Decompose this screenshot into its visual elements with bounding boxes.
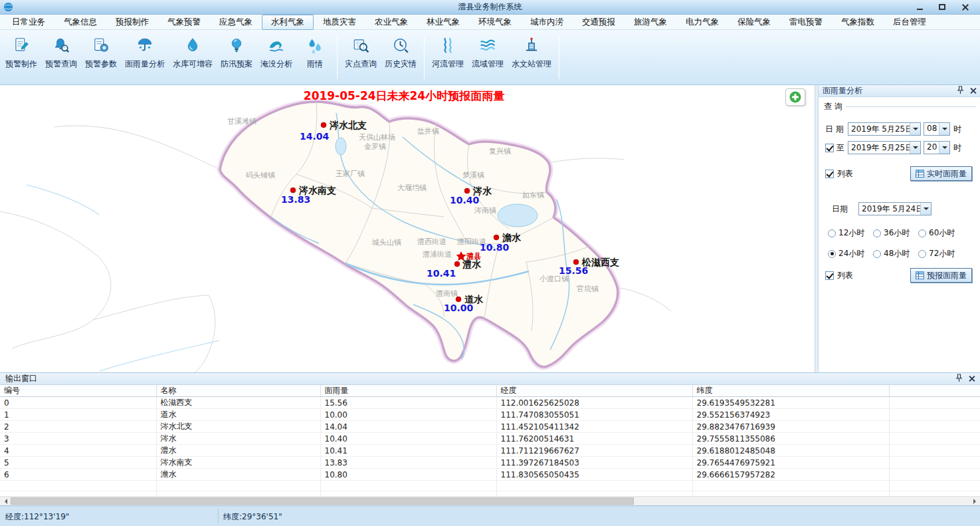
- forecast-rainfall-button[interactable]: 预报面雨量: [910, 268, 972, 283]
- table-row[interactable]: 0松滋西支15.56112.00162562502829.61935495322…: [0, 397, 980, 409]
- toolbar-flood-control-plan[interactable]: 防汛预案: [217, 35, 256, 71]
- output-close-icon[interactable]: [969, 376, 975, 382]
- status-divider: [218, 509, 219, 523]
- close-button[interactable]: [959, 2, 971, 13]
- list-checkbox-2[interactable]: [825, 271, 834, 280]
- toolbar-reservoir-capacity[interactable]: 水库可增容: [169, 35, 217, 71]
- window-title: 澧县业务制作系统: [0, 1, 980, 13]
- raindrops-icon: [306, 37, 324, 54]
- menu-item-insurance[interactable]: 保险气象: [728, 15, 780, 30]
- pin-icon[interactable]: [955, 374, 963, 384]
- column-header[interactable]: 名称: [156, 385, 320, 397]
- radio-icon: [828, 250, 836, 258]
- table-row[interactable]: 6澹水10.80111.83056505043529.6666157957282: [0, 469, 980, 481]
- menu-item-emergency[interactable]: 应急气象: [210, 15, 262, 30]
- menu-item-geology-disaster[interactable]: 地质灾害: [314, 15, 365, 30]
- radio-12h[interactable]: 12小时: [828, 227, 873, 239]
- menu-item-environment[interactable]: 环境气象: [469, 15, 521, 30]
- radio-icon: [828, 229, 836, 237]
- radio-72h[interactable]: 72小时: [918, 248, 963, 259]
- menu-item-weather-warning[interactable]: 气象预警: [158, 15, 210, 30]
- menu-item-traffic[interactable]: 交通预报: [573, 15, 625, 30]
- scroll-right-arrow[interactable]: [969, 497, 980, 505]
- close-icon: [961, 3, 969, 11]
- start-date-select[interactable]: 2019年 5月25日: [848, 122, 921, 136]
- menu-item-agriculture[interactable]: 农业气象: [365, 15, 417, 30]
- realtime-rainfall-button[interactable]: 实时面雨量: [910, 166, 972, 181]
- toolbar-alert-create[interactable]: 预警制作: [1, 35, 41, 71]
- water-drop-icon: [184, 37, 201, 54]
- town-label: 梦溪镇: [462, 171, 484, 180]
- group-divider: [846, 106, 976, 107]
- output-window-title: 输出窗口: [5, 373, 37, 384]
- to-checkbox[interactable]: [825, 144, 834, 152]
- toolbar-inundation-analysis[interactable]: 淹没分析: [256, 35, 296, 71]
- table-row[interactable]: 3涔水10.40111.7620051463129.7555811355086: [0, 433, 980, 445]
- toolbar-basin-management[interactable]: 流域管理: [468, 35, 508, 71]
- panel-close-icon[interactable]: [970, 88, 976, 94]
- menu-item-daily[interactable]: 日常业务: [3, 15, 54, 30]
- town-label: 官垸镇: [577, 285, 599, 293]
- column-header[interactable]: 编号: [0, 385, 156, 397]
- menu-item-tourism[interactable]: 旅游气象: [625, 15, 676, 30]
- chevron-down-icon: [939, 142, 949, 154]
- toolbar-alert-params[interactable]: 预警参数: [81, 35, 121, 71]
- column-header[interactable]: 经度: [496, 385, 692, 397]
- end-date-select[interactable]: 2019年 5月25日: [848, 141, 921, 154]
- menu-item-urban-flood[interactable]: 城市内涝: [521, 15, 573, 30]
- toolbar-hydro-station-management[interactable]: 水文站管理: [508, 35, 555, 71]
- toolbar-separator: [337, 35, 338, 79]
- list-label: 列表: [837, 168, 853, 180]
- forecast-date-select[interactable]: 2019年 5月24日: [858, 202, 931, 215]
- toolbar-label: 流域管理: [472, 59, 504, 70]
- map-title: 2019-05-24日未来24小时预报面雨量: [304, 89, 504, 102]
- bell-search-icon: [52, 37, 70, 54]
- svg-text:10.41: 10.41: [427, 268, 456, 279]
- radio-icon: [918, 229, 926, 237]
- menu-item-power[interactable]: 电力气象: [676, 15, 728, 30]
- table-row[interactable]: 2涔水北支14.04111.45210541134229.88234767169…: [0, 421, 980, 433]
- radio-icon: [918, 250, 926, 258]
- toolbar-river-management[interactable]: 河流管理: [428, 35, 468, 71]
- menu-item-weather-info[interactable]: 气象信息: [54, 15, 106, 30]
- menu-item-hydrology-weather[interactable]: 水利气象: [262, 15, 314, 30]
- svg-text:14.04: 14.04: [300, 131, 330, 142]
- radio-60h[interactable]: 60小时: [918, 227, 963, 239]
- toolbar-rain-condition[interactable]: 雨情: [296, 35, 334, 71]
- pin-icon[interactable]: [957, 86, 964, 96]
- radio-24h[interactable]: 24小时: [828, 248, 873, 259]
- scroll-left-arrow[interactable]: [0, 497, 11, 505]
- toolbar-disaster-point-query[interactable]: 灾点查询: [341, 35, 381, 71]
- document-pen-icon: [13, 37, 30, 54]
- menu-item-forecast-making[interactable]: 预报制作: [106, 15, 158, 30]
- radio-48h[interactable]: 48小时: [873, 248, 918, 259]
- toolbar-areal-rainfall-analysis[interactable]: 面雨量分析: [121, 35, 169, 71]
- zoom-button[interactable]: [785, 88, 805, 106]
- output-window-header: 输出窗口: [0, 373, 980, 385]
- hour-unit-label: 时: [953, 124, 961, 135]
- end-hour-select[interactable]: 20: [924, 141, 950, 154]
- minimize-button[interactable]: [914, 2, 926, 13]
- forecast-date-label: 日期: [832, 203, 858, 215]
- toolbar-label: 面雨量分析: [125, 59, 165, 70]
- radio-36h[interactable]: 36小时: [873, 227, 918, 239]
- horizontal-scrollbar[interactable]: [0, 496, 980, 505]
- toolbar-historical-disaster[interactable]: 历史灾情: [381, 35, 421, 71]
- menu-item-lightning[interactable]: 雷电预警: [780, 15, 832, 30]
- menu-item-forestry[interactable]: 林业气象: [417, 15, 469, 30]
- table-row[interactable]: 1道水10.00111.74708305505129.552156374923: [0, 409, 980, 421]
- table-row[interactable]: 5涔水南支13.83111.39726718450329.76544769759…: [0, 457, 980, 469]
- maximize-button[interactable]: [936, 2, 948, 13]
- start-hour-select[interactable]: 08: [924, 122, 950, 136]
- map-canvas[interactable]: 2019-05-24日未来24小时预报面雨量 甘溪滩镇 盐井镇 天供山林场 金罗…: [0, 85, 815, 372]
- table-row[interactable]: 4澧水10.41111.71121966762729.6188012485048: [0, 445, 980, 457]
- column-header[interactable]: 面雨量: [320, 385, 496, 397]
- toolbar-alert-query[interactable]: 预警查询: [41, 35, 81, 71]
- menu-item-admin[interactable]: 后台管理: [884, 15, 935, 30]
- column-header[interactable]: 纬度: [692, 385, 889, 397]
- list-label-2: 列表: [837, 270, 853, 281]
- town-label: 码头铺镇: [246, 171, 275, 180]
- list-checkbox[interactable]: [825, 170, 834, 178]
- scrollbar-thumb[interactable]: [11, 497, 634, 505]
- menu-item-weather-index[interactable]: 气象指数: [832, 15, 884, 30]
